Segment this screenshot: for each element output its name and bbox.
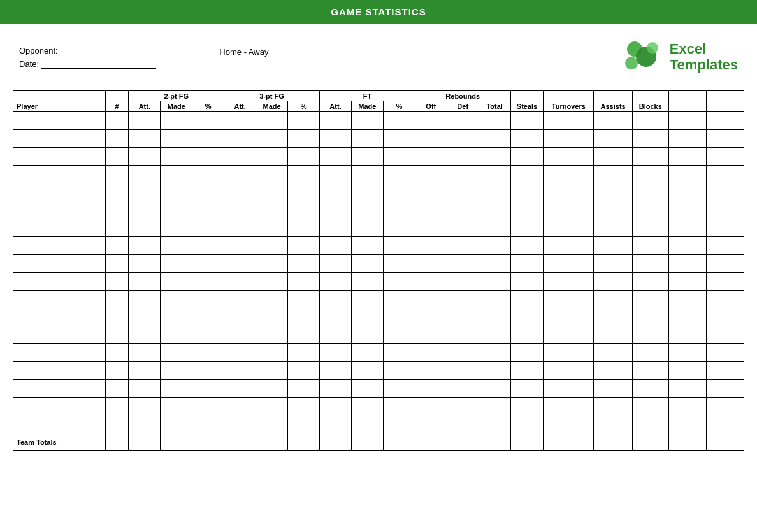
group-2pt-fg: 2-pt FG — [129, 91, 224, 102]
group-extra2-empty — [706, 91, 744, 102]
col-player: Player — [13, 101, 106, 112]
group-ft: FT — [320, 91, 415, 102]
col-2pt-att: Att. — [129, 101, 161, 112]
opponent-label: Opponent: — [19, 46, 58, 55]
group-turnovers-empty — [544, 91, 594, 102]
col-ft-pct: % — [383, 101, 415, 112]
table-row — [13, 326, 744, 344]
group-blocks-empty — [632, 91, 668, 102]
col-3pt-att: Att. — [224, 101, 256, 112]
title-text: GAME STATISTICS — [331, 6, 426, 17]
table-row — [13, 398, 744, 415]
group-player-empty — [13, 91, 106, 102]
form-fields: Opponent: Date: — [19, 46, 175, 69]
group-header-row: 2-pt FG 3-pt FG FT Rebounds — [13, 91, 744, 102]
svg-point-3 — [625, 57, 638, 69]
group-extra1-empty — [668, 91, 706, 102]
col-2pt-pct: % — [192, 101, 224, 112]
table-row — [13, 344, 744, 362]
table-row — [13, 380, 744, 398]
logo-area: Excel Templates — [622, 36, 738, 78]
table-row — [13, 112, 744, 130]
table-row — [13, 362, 744, 380]
home-away-text: Home - Away — [219, 46, 268, 57]
table-row — [13, 273, 744, 291]
group-num-empty — [105, 91, 129, 102]
table-row — [13, 219, 744, 237]
table-row — [13, 201, 744, 219]
group-steals-empty — [510, 91, 544, 102]
sub-header-row: Player # Att. Made % Att. Made % Att. Ma… — [13, 101, 744, 112]
info-section: Opponent: Date: Home - Away Excel Templa… — [0, 36, 757, 78]
col-2pt-made: Made — [161, 101, 192, 112]
col-3pt-made: Made — [256, 101, 288, 112]
col-turnovers: Turnovers — [544, 101, 594, 112]
col-steals: Steals — [510, 101, 544, 112]
table-row — [13, 308, 744, 326]
col-extra1 — [668, 101, 706, 112]
table-row — [13, 166, 744, 183]
table-row — [13, 148, 744, 166]
col-reb-total: Total — [479, 101, 510, 112]
totals-label: Team Totals — [13, 433, 106, 451]
stats-table-container: 2-pt FG 3-pt FG FT Rebounds Player # Att… — [0, 90, 757, 464]
table-row — [13, 237, 744, 255]
col-ft-made: Made — [351, 101, 383, 112]
col-num: # — [105, 101, 129, 112]
col-blocks: Blocks — [632, 101, 668, 112]
col-assists: Assists — [594, 101, 633, 112]
team-totals-row: Team Totals — [13, 433, 744, 451]
svg-point-2 — [647, 42, 658, 54]
col-extra2 — [706, 101, 744, 112]
stats-table: 2-pt FG 3-pt FG FT Rebounds Player # Att… — [13, 90, 744, 451]
col-reb-off: Off — [415, 101, 447, 112]
logo-icon — [622, 36, 663, 78]
date-underline[interactable] — [41, 68, 156, 69]
group-assists-empty — [594, 91, 633, 102]
table-row — [13, 255, 744, 273]
group-3pt-fg: 3-pt FG — [224, 91, 320, 102]
group-rebounds: Rebounds — [415, 91, 510, 102]
table-row — [13, 183, 744, 201]
date-field: Date: — [19, 59, 175, 69]
col-ft-att: Att. — [320, 101, 352, 112]
col-reb-def: Def — [447, 101, 479, 112]
date-label: Date: — [19, 59, 39, 69]
table-row — [13, 130, 744, 148]
logo-line2: Templates — [670, 57, 738, 73]
logo-line1: Excel — [670, 41, 738, 57]
logo-text: Excel Templates — [670, 41, 738, 72]
table-row — [13, 291, 744, 308]
page-title: GAME STATISTICS — [0, 0, 757, 24]
opponent-underline[interactable] — [60, 55, 175, 55]
opponent-field: Opponent: — [19, 46, 175, 55]
col-3pt-pct: % — [288, 101, 320, 112]
table-row — [13, 415, 744, 433]
